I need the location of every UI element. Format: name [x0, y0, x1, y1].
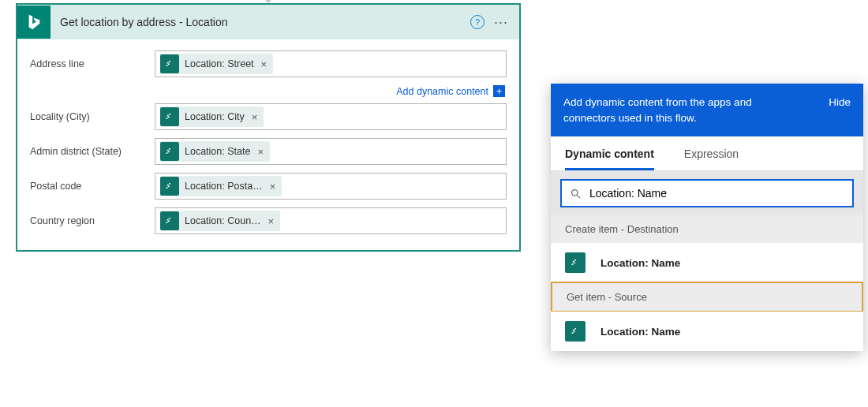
field-row-postal-code: Postal code Location: Posta… ×: [30, 173, 507, 200]
token-remove-icon[interactable]: ×: [268, 215, 275, 227]
dc-item-label: Location: Name: [600, 257, 680, 269]
add-dynamic-plus-icon[interactable]: +: [493, 85, 505, 97]
action-header: Get location by address - Location ? ···: [17, 5, 519, 39]
dc-item-location-name-1[interactable]: Location: Name: [551, 312, 863, 351]
field-input-postal-code[interactable]: Location: Posta… ×: [155, 173, 507, 200]
field-input-locality[interactable]: Location: City ×: [155, 103, 507, 130]
field-row-locality: Locality (City) Location: City ×: [30, 103, 507, 130]
sharepoint-icon: [160, 54, 179, 73]
token-remove-icon[interactable]: ×: [252, 111, 258, 123]
more-icon[interactable]: ···: [494, 15, 508, 29]
action-title: Get location by address - Location: [60, 16, 227, 28]
bing-icon: [17, 6, 51, 39]
help-icon[interactable]: ?: [470, 15, 485, 29]
field-input-address-line[interactable]: Location: Street ×: [155, 50, 507, 77]
token-label: Location: Posta…: [185, 181, 263, 192]
sharepoint-icon: [160, 211, 179, 230]
tab-expression[interactable]: Expression: [684, 136, 739, 170]
token-location-city[interactable]: Location: City ×: [160, 106, 264, 127]
dynamic-content-tabs: Dynamic content Expression: [551, 136, 863, 171]
dc-item-location-name-0[interactable]: Location: Name: [551, 243, 863, 282]
search-box[interactable]: [560, 179, 854, 207]
field-label: Admin district (State): [30, 146, 155, 157]
add-dynamic-content-row: Add dynamic content +: [30, 85, 505, 97]
field-row-address-line: Address line Location: Street ×: [30, 50, 507, 77]
dynamic-content-panel: Add dynamic content from the apps and co…: [551, 84, 863, 351]
token-location-country[interactable]: Location: Coun… ×: [160, 211, 280, 231]
token-location-postal[interactable]: Location: Posta… ×: [160, 176, 282, 196]
token-label: Location: Coun…: [185, 215, 261, 226]
token-remove-icon[interactable]: ×: [270, 181, 276, 192]
hide-button[interactable]: Hide: [829, 95, 851, 110]
action-card: Get location by address - Location ? ···…: [16, 3, 521, 252]
field-row-country-region: Country region Location: Coun… ×: [30, 207, 507, 234]
section-create-item-destination: Create item - Destination: [551, 215, 863, 243]
dynamic-content-header-text: Add dynamic content from the apps and co…: [563, 95, 800, 125]
field-label: Address line: [30, 58, 155, 69]
field-label: Locality (City): [30, 111, 155, 122]
add-dynamic-content-link[interactable]: Add dynamic content: [396, 86, 488, 97]
sharepoint-icon: [565, 321, 586, 342]
token-location-street[interactable]: Location: Street ×: [160, 54, 273, 74]
field-input-admin-district[interactable]: Location: State ×: [155, 138, 507, 165]
svg-line-1: [577, 195, 580, 198]
field-input-country-region[interactable]: Location: Coun… ×: [155, 207, 507, 234]
sharepoint-icon: [160, 177, 179, 196]
field-row-admin-district: Admin district (State) Location: State ×: [30, 138, 507, 165]
field-label: Postal code: [30, 181, 155, 192]
search-input[interactable]: [589, 187, 844, 200]
dynamic-content-header: Add dynamic content from the apps and co…: [551, 84, 863, 136]
token-label: Location: City: [185, 111, 245, 122]
action-body: Address line Location: Street × Add dyna…: [17, 39, 519, 250]
sharepoint-icon: [565, 252, 586, 273]
section-get-item-source: Get item - Source: [551, 282, 863, 312]
tab-dynamic-content[interactable]: Dynamic content: [565, 136, 654, 170]
token-remove-icon[interactable]: ×: [257, 146, 264, 158]
svg-point-0: [572, 189, 578, 196]
dc-item-label: Location: Name: [600, 326, 680, 338]
sharepoint-icon: [160, 107, 179, 126]
sharepoint-icon: [160, 142, 179, 161]
token-remove-icon[interactable]: ×: [261, 58, 268, 70]
token-label: Location: Street: [185, 58, 254, 69]
token-label: Location: State: [185, 146, 250, 157]
search-wrap: [551, 171, 863, 215]
token-location-state[interactable]: Location: State ×: [160, 141, 270, 162]
search-icon: [570, 188, 582, 200]
field-label: Country region: [30, 215, 155, 226]
